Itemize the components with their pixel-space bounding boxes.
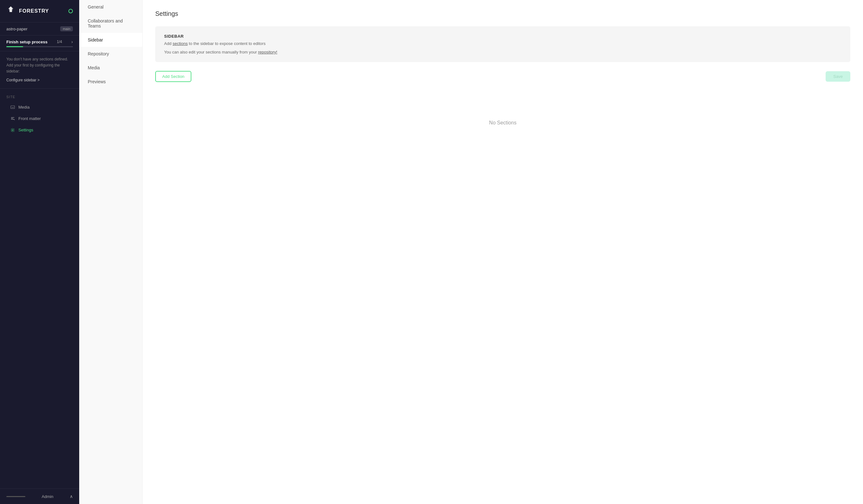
app-name: FORESTRY	[19, 8, 49, 14]
settings-nav-repository[interactable]: Repository	[79, 47, 142, 61]
desc-pre: Add	[164, 41, 173, 46]
setup-description-text: You don't have any sections defined. Add…	[7, 57, 68, 74]
setup-description: You don't have any sections defined. Add…	[0, 51, 79, 89]
page-title: Settings	[155, 10, 850, 17]
front-matter-label: Front matter	[18, 116, 41, 121]
settings-nav-media[interactable]: Media	[79, 61, 142, 75]
logo-area: FORESTRY	[0, 0, 79, 23]
svg-point-4	[12, 129, 13, 131]
settings-nav-collaborators[interactable]: Collaborators and Teams	[79, 14, 142, 33]
info-box-note: You can also edit your sections manually…	[164, 50, 841, 54]
admin-label: Admin	[42, 494, 53, 499]
sidebar-info-box: SIDEBAR Add sections to the sidebar to e…	[155, 26, 850, 62]
sidebar-bottom: Admin ∧	[0, 489, 79, 504]
settings-nav-general[interactable]: General	[79, 0, 142, 14]
setup-area[interactable]: Finish setup process 1/4 ›	[0, 36, 79, 51]
info-box-title: SIDEBAR	[164, 34, 841, 39]
sidebar-handle	[7, 496, 25, 497]
media-label: Media	[18, 105, 29, 109]
sections-link[interactable]: sections	[173, 41, 188, 46]
repo-name: astro-paper	[7, 27, 27, 31]
branch-badge: main	[60, 26, 73, 31]
no-sections-label: No Sections	[155, 120, 850, 126]
save-button[interactable]: Save	[826, 71, 850, 82]
progress-bar-bg	[7, 46, 73, 47]
actions-row: Add Section Save	[155, 71, 850, 82]
setup-title: Finish setup process	[7, 40, 48, 44]
left-sidebar: FORESTRY astro-paper main Finish setup p…	[0, 0, 79, 504]
settings-icon	[10, 128, 15, 133]
forestry-logo-icon	[7, 6, 15, 16]
info-box-description: Add sections to the sidebar to expose co…	[164, 41, 841, 46]
settings-nav: General Collaborators and Teams Sidebar …	[79, 0, 142, 504]
settings-nav-sidebar[interactable]: Sidebar	[79, 33, 142, 47]
progress-bar-fill	[7, 46, 23, 47]
note-pre: You can also edit your sections manually…	[164, 50, 258, 54]
settings-label: Settings	[18, 128, 33, 132]
svg-rect-0	[11, 106, 15, 108]
site-section: SITE Media Front matter	[0, 89, 79, 139]
repository-link[interactable]: repository!	[258, 50, 277, 54]
sidebar-item-front-matter[interactable]: Front matter	[7, 113, 73, 124]
setup-progress: 1/4	[57, 40, 62, 44]
main-content: Settings SIDEBAR Add sections to the sid…	[142, 0, 863, 504]
desc-post: to the sidebar to expose content to edit…	[188, 41, 265, 46]
configure-sidebar-link[interactable]: Configure sidebar >	[7, 77, 73, 83]
sidebar-item-settings[interactable]: Settings	[7, 125, 73, 135]
add-section-button[interactable]: Add Section	[155, 71, 191, 82]
settings-nav-previews[interactable]: Previews	[79, 75, 142, 89]
status-dot	[68, 9, 73, 13]
sidebar-item-media[interactable]: Media	[7, 102, 73, 113]
chevron-right-icon: ›	[71, 39, 73, 44]
repo-area: astro-paper main	[0, 23, 79, 36]
chevron-up-icon[interactable]: ∧	[70, 494, 73, 499]
media-icon	[10, 105, 15, 110]
site-section-label: SITE	[7, 95, 73, 99]
front-matter-icon	[10, 116, 15, 121]
